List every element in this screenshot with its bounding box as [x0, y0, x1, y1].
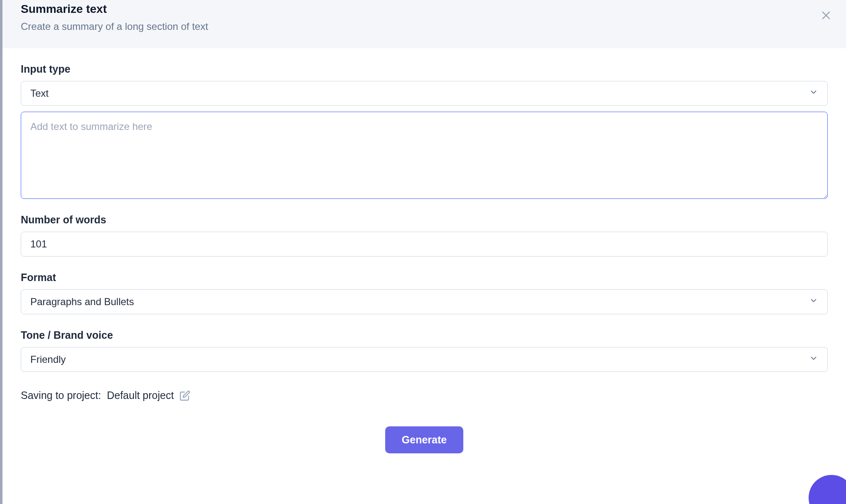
field-tone: Tone / Brand voice Friendly — [21, 329, 828, 372]
form-body: Input type Text Number of words Format P… — [2, 48, 846, 466]
close-icon — [820, 10, 832, 22]
generate-button[interactable]: Generate — [385, 426, 463, 453]
input-type-label: Input type — [21, 63, 828, 75]
num-words-label: Number of words — [21, 214, 828, 226]
chevron-down-icon — [809, 354, 818, 365]
input-type-select[interactable]: Text — [21, 81, 828, 106]
generate-row: Generate — [21, 416, 828, 458]
format-label: Format — [21, 272, 828, 284]
panel-title: Summarize text — [21, 2, 828, 16]
edit-icon[interactable] — [180, 390, 190, 401]
saving-label: Saving to project: — [21, 389, 101, 401]
format-select[interactable]: Paragraphs and Bullets — [21, 289, 828, 314]
tone-value: Friendly — [30, 354, 66, 365]
format-value: Paragraphs and Bullets — [30, 296, 134, 308]
chevron-down-icon — [809, 88, 818, 99]
chevron-down-icon — [809, 296, 818, 308]
input-type-value: Text — [30, 88, 49, 99]
field-input-type: Input type Text — [21, 63, 828, 199]
panel-header: Summarize text Create a summary of a lon… — [2, 0, 846, 48]
panel-subtitle: Create a summary of a long section of te… — [21, 21, 828, 32]
field-format: Format Paragraphs and Bullets — [21, 272, 828, 314]
field-num-words: Number of words — [21, 214, 828, 257]
num-words-input[interactable] — [21, 232, 828, 257]
tone-label: Tone / Brand voice — [21, 329, 828, 341]
tone-select[interactable]: Friendly — [21, 347, 828, 372]
summary-text-input[interactable] — [21, 112, 828, 199]
saving-value: Default project — [107, 389, 174, 401]
close-button[interactable] — [818, 7, 834, 24]
saving-to-project: Saving to project: Default project — [21, 389, 828, 401]
